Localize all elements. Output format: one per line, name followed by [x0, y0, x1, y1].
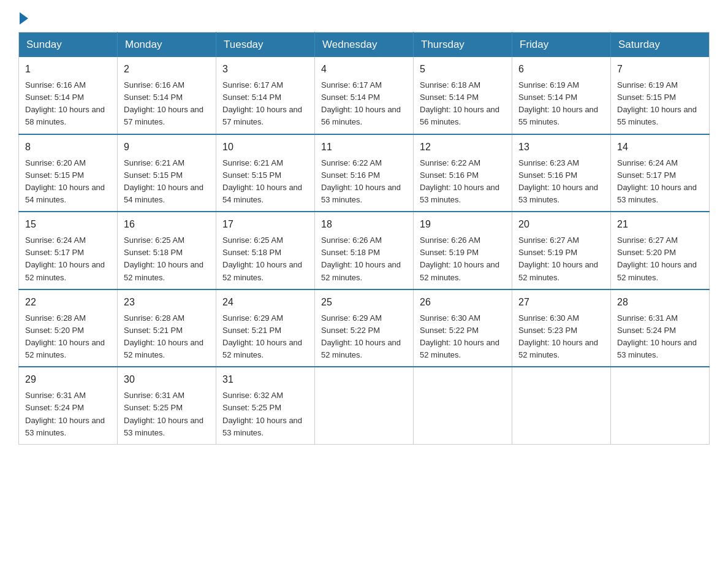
- page-header: [18, 12, 710, 20]
- day-number: 31: [222, 372, 308, 387]
- day-info: Sunrise: 6:21 AMSunset: 5:15 PMDaylight:…: [124, 158, 203, 204]
- calendar-cell: 20 Sunrise: 6:27 AMSunset: 5:19 PMDaylig…: [512, 212, 611, 289]
- day-info: Sunrise: 6:17 AMSunset: 5:14 PMDaylight:…: [321, 80, 401, 126]
- day-number: 19: [420, 217, 506, 232]
- day-number: 3: [222, 62, 308, 77]
- day-number: 1: [25, 62, 111, 77]
- calendar-week-row: 15 Sunrise: 6:24 AMSunset: 5:17 PMDaylig…: [19, 212, 710, 289]
- calendar-cell: 2 Sunrise: 6:16 AMSunset: 5:14 PMDayligh…: [118, 57, 216, 134]
- day-number: 26: [420, 295, 506, 310]
- day-number: 22: [25, 295, 111, 310]
- calendar-cell: 17 Sunrise: 6:25 AMSunset: 5:18 PMDaylig…: [216, 212, 315, 289]
- calendar-week-row: 22 Sunrise: 6:28 AMSunset: 5:20 PMDaylig…: [19, 289, 710, 367]
- calendar-cell: 4 Sunrise: 6:17 AMSunset: 5:14 PMDayligh…: [315, 57, 414, 134]
- day-number: 30: [124, 372, 210, 387]
- calendar-cell: 23 Sunrise: 6:28 AMSunset: 5:21 PMDaylig…: [118, 289, 216, 367]
- day-info: Sunrise: 6:30 AMSunset: 5:23 PMDaylight:…: [518, 313, 598, 359]
- day-info: Sunrise: 6:32 AMSunset: 5:25 PMDaylight:…: [222, 391, 302, 437]
- day-info: Sunrise: 6:21 AMSunset: 5:15 PMDaylight:…: [222, 158, 302, 204]
- day-info: Sunrise: 6:19 AMSunset: 5:14 PMDaylight:…: [518, 80, 598, 126]
- day-info: Sunrise: 6:23 AMSunset: 5:16 PMDaylight:…: [518, 158, 598, 204]
- day-number: 6: [518, 62, 604, 77]
- day-info: Sunrise: 6:27 AMSunset: 5:19 PMDaylight:…: [518, 236, 598, 282]
- col-header-tuesday: Tuesday: [216, 33, 315, 58]
- day-number: 23: [124, 295, 210, 310]
- day-info: Sunrise: 6:26 AMSunset: 5:18 PMDaylight:…: [321, 236, 401, 282]
- calendar-cell: 27 Sunrise: 6:30 AMSunset: 5:23 PMDaylig…: [512, 289, 611, 367]
- day-number: 8: [25, 140, 111, 155]
- day-number: 27: [518, 295, 604, 310]
- day-info: Sunrise: 6:31 AMSunset: 5:24 PMDaylight:…: [617, 313, 697, 359]
- calendar-cell: 9 Sunrise: 6:21 AMSunset: 5:15 PMDayligh…: [118, 134, 216, 212]
- calendar-cell: [414, 367, 512, 444]
- calendar-cell: 16 Sunrise: 6:25 AMSunset: 5:18 PMDaylig…: [118, 212, 216, 289]
- calendar-cell: 15 Sunrise: 6:24 AMSunset: 5:17 PMDaylig…: [19, 212, 118, 289]
- calendar-cell: [611, 367, 710, 444]
- col-header-thursday: Thursday: [414, 33, 512, 58]
- logo: [18, 12, 29, 20]
- day-info: Sunrise: 6:27 AMSunset: 5:20 PMDaylight:…: [617, 236, 697, 282]
- calendar-cell: 18 Sunrise: 6:26 AMSunset: 5:18 PMDaylig…: [315, 212, 414, 289]
- day-number: 24: [222, 295, 308, 310]
- day-info: Sunrise: 6:25 AMSunset: 5:18 PMDaylight:…: [222, 236, 302, 282]
- calendar-cell: 29 Sunrise: 6:31 AMSunset: 5:24 PMDaylig…: [19, 367, 118, 444]
- calendar-cell: 19 Sunrise: 6:26 AMSunset: 5:19 PMDaylig…: [414, 212, 512, 289]
- day-number: 28: [617, 295, 703, 310]
- col-header-sunday: Sunday: [19, 33, 118, 58]
- day-number: 10: [222, 140, 308, 155]
- day-number: 29: [25, 372, 111, 387]
- day-info: Sunrise: 6:29 AMSunset: 5:22 PMDaylight:…: [321, 313, 401, 359]
- day-info: Sunrise: 6:16 AMSunset: 5:14 PMDaylight:…: [25, 80, 105, 126]
- calendar-cell: 21 Sunrise: 6:27 AMSunset: 5:20 PMDaylig…: [611, 212, 710, 289]
- day-info: Sunrise: 6:31 AMSunset: 5:24 PMDaylight:…: [25, 391, 105, 437]
- day-info: Sunrise: 6:28 AMSunset: 5:20 PMDaylight:…: [25, 313, 105, 359]
- col-header-monday: Monday: [118, 33, 216, 58]
- day-info: Sunrise: 6:18 AMSunset: 5:14 PMDaylight:…: [420, 80, 499, 126]
- day-info: Sunrise: 6:26 AMSunset: 5:19 PMDaylight:…: [420, 236, 499, 282]
- logo-text: [18, 12, 29, 25]
- day-info: Sunrise: 6:22 AMSunset: 5:16 PMDaylight:…: [321, 158, 401, 204]
- calendar-cell: 12 Sunrise: 6:22 AMSunset: 5:16 PMDaylig…: [414, 134, 512, 212]
- day-info: Sunrise: 6:24 AMSunset: 5:17 PMDaylight:…: [25, 236, 105, 282]
- day-number: 21: [617, 217, 703, 232]
- day-number: 7: [617, 62, 703, 77]
- day-number: 2: [124, 62, 210, 77]
- calendar-cell: 14 Sunrise: 6:24 AMSunset: 5:17 PMDaylig…: [611, 134, 710, 212]
- day-number: 13: [518, 140, 604, 155]
- day-info: Sunrise: 6:29 AMSunset: 5:21 PMDaylight:…: [222, 313, 302, 359]
- calendar-cell: 8 Sunrise: 6:20 AMSunset: 5:15 PMDayligh…: [19, 134, 118, 212]
- col-header-saturday: Saturday: [611, 33, 710, 58]
- day-info: Sunrise: 6:19 AMSunset: 5:15 PMDaylight:…: [617, 80, 697, 126]
- calendar-cell: 25 Sunrise: 6:29 AMSunset: 5:22 PMDaylig…: [315, 289, 414, 367]
- calendar-cell: [315, 367, 414, 444]
- calendar-week-row: 29 Sunrise: 6:31 AMSunset: 5:24 PMDaylig…: [19, 367, 710, 444]
- calendar-cell: [512, 367, 611, 444]
- logo-arrow-icon: [20, 12, 28, 25]
- calendar-cell: 22 Sunrise: 6:28 AMSunset: 5:20 PMDaylig…: [19, 289, 118, 367]
- day-number: 20: [518, 217, 604, 232]
- day-info: Sunrise: 6:25 AMSunset: 5:18 PMDaylight:…: [124, 236, 203, 282]
- col-header-wednesday: Wednesday: [315, 33, 414, 58]
- calendar-cell: 6 Sunrise: 6:19 AMSunset: 5:14 PMDayligh…: [512, 57, 611, 134]
- col-header-friday: Friday: [512, 33, 611, 58]
- day-number: 18: [321, 217, 407, 232]
- day-info: Sunrise: 6:17 AMSunset: 5:14 PMDaylight:…: [222, 80, 302, 126]
- calendar-cell: 5 Sunrise: 6:18 AMSunset: 5:14 PMDayligh…: [414, 57, 512, 134]
- calendar-cell: 13 Sunrise: 6:23 AMSunset: 5:16 PMDaylig…: [512, 134, 611, 212]
- day-number: 16: [124, 217, 210, 232]
- day-number: 11: [321, 140, 407, 155]
- day-info: Sunrise: 6:31 AMSunset: 5:25 PMDaylight:…: [124, 391, 203, 437]
- day-info: Sunrise: 6:20 AMSunset: 5:15 PMDaylight:…: [25, 158, 105, 204]
- day-number: 5: [420, 62, 506, 77]
- calendar-cell: 30 Sunrise: 6:31 AMSunset: 5:25 PMDaylig…: [118, 367, 216, 444]
- calendar-cell: 7 Sunrise: 6:19 AMSunset: 5:15 PMDayligh…: [611, 57, 710, 134]
- calendar-cell: 11 Sunrise: 6:22 AMSunset: 5:16 PMDaylig…: [315, 134, 414, 212]
- calendar-week-row: 1 Sunrise: 6:16 AMSunset: 5:14 PMDayligh…: [19, 57, 710, 134]
- calendar-week-row: 8 Sunrise: 6:20 AMSunset: 5:15 PMDayligh…: [19, 134, 710, 212]
- calendar-cell: 26 Sunrise: 6:30 AMSunset: 5:22 PMDaylig…: [414, 289, 512, 367]
- calendar-cell: 24 Sunrise: 6:29 AMSunset: 5:21 PMDaylig…: [216, 289, 315, 367]
- calendar-cell: 28 Sunrise: 6:31 AMSunset: 5:24 PMDaylig…: [611, 289, 710, 367]
- day-info: Sunrise: 6:22 AMSunset: 5:16 PMDaylight:…: [420, 158, 499, 204]
- day-number: 4: [321, 62, 407, 77]
- day-number: 15: [25, 217, 111, 232]
